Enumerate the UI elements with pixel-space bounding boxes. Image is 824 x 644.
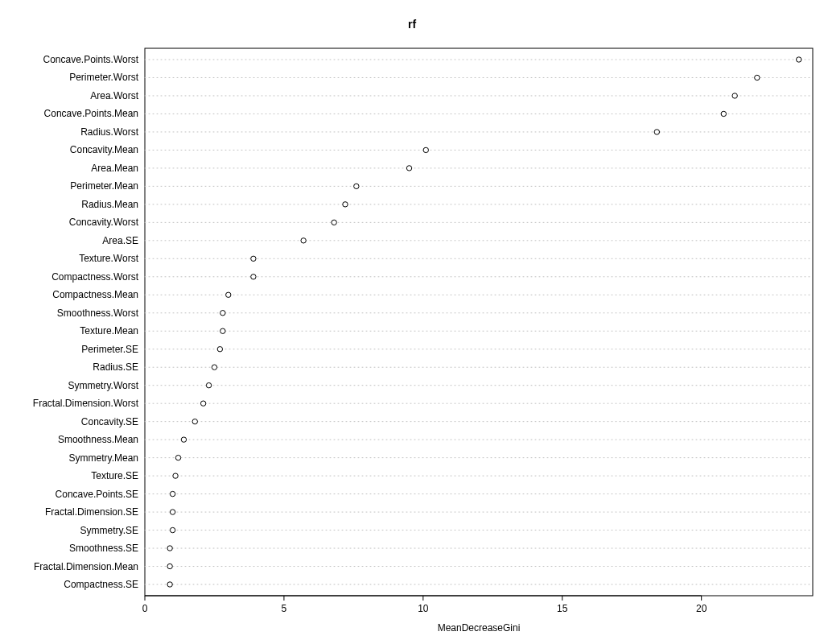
data-point bbox=[732, 93, 737, 98]
y-label: Compactness.SE bbox=[64, 579, 138, 590]
y-label: Concavity.SE bbox=[81, 416, 138, 427]
y-label: Concavity.Mean bbox=[70, 144, 138, 155]
y-label: Concavity.Worst bbox=[69, 217, 139, 228]
y-label: Symmetry.SE bbox=[80, 525, 138, 536]
data-point bbox=[423, 147, 428, 152]
y-label: Radius.Worst bbox=[80, 126, 138, 138]
x-tick-label: 20 bbox=[696, 603, 707, 614]
data-point bbox=[181, 437, 186, 442]
x-tick-label: 0 bbox=[142, 603, 148, 614]
data-point bbox=[167, 546, 172, 551]
y-label: Concave.Points.Mean bbox=[44, 108, 138, 119]
y-label: Texture.Worst bbox=[79, 253, 138, 264]
x-axis-label: MeanDecreaseGini bbox=[438, 622, 521, 634]
data-point bbox=[175, 455, 180, 460]
y-label: Concave.Points.Worst bbox=[43, 54, 139, 65]
data-point bbox=[212, 365, 216, 369]
data-point bbox=[170, 510, 175, 514]
y-label: Compactness.Mean bbox=[52, 289, 138, 300]
y-label: Texture.SE bbox=[91, 470, 138, 481]
data-point bbox=[251, 275, 256, 279]
y-label: Fractal.Dimension.Worst bbox=[33, 398, 139, 409]
y-label: Compactness.Worst bbox=[52, 271, 138, 283]
x-tick-label: 5 bbox=[282, 603, 287, 614]
data-point bbox=[220, 311, 225, 316]
data-point bbox=[797, 57, 801, 62]
data-point bbox=[226, 292, 231, 297]
data-point bbox=[354, 184, 359, 188]
data-point bbox=[192, 419, 197, 423]
y-label: Fractal.Dimension.SE bbox=[45, 506, 138, 518]
data-point bbox=[406, 166, 411, 171]
y-label: Radius.Mean bbox=[81, 199, 138, 210]
plot-frame bbox=[145, 48, 813, 596]
y-label: Smoothness.SE bbox=[69, 543, 138, 554]
x-tick-label: 10 bbox=[418, 603, 429, 614]
y-label: Perimeter.SE bbox=[81, 344, 138, 355]
y-label: Perimeter.Mean bbox=[70, 180, 138, 192]
data-point bbox=[167, 582, 172, 587]
data-point bbox=[343, 202, 348, 207]
y-label: Smoothness.Mean bbox=[58, 434, 138, 445]
data-point bbox=[301, 238, 306, 243]
y-label: Radius.SE bbox=[93, 361, 138, 373]
data-point bbox=[220, 328, 225, 333]
data-point bbox=[167, 564, 172, 568]
data-point bbox=[170, 527, 175, 532]
data-point bbox=[755, 75, 760, 80]
x-tick-label: 15 bbox=[557, 603, 568, 614]
y-label: Area.Mean bbox=[91, 163, 138, 174]
data-point bbox=[654, 130, 659, 134]
y-label: Fractal.Dimension.Mean bbox=[34, 561, 138, 572]
y-label: Texture.Mean bbox=[80, 325, 138, 336]
y-label: Symmetry.Worst bbox=[68, 380, 138, 391]
data-point bbox=[206, 382, 211, 387]
data-point bbox=[170, 491, 175, 496]
data-point bbox=[332, 220, 336, 225]
data-point bbox=[721, 111, 726, 116]
y-label: Concave.Points.SE bbox=[56, 489, 138, 500]
data-point bbox=[217, 347, 222, 352]
data-point bbox=[200, 401, 205, 406]
data-point bbox=[173, 473, 178, 478]
y-label: Smoothness.Worst bbox=[57, 308, 139, 319]
y-label: Symmetry.Mean bbox=[69, 452, 138, 464]
y-label: Area.SE bbox=[102, 235, 138, 246]
data-point bbox=[251, 256, 256, 261]
dotchart: Concave.Points.WorstPerimeter.WorstArea.… bbox=[0, 0, 824, 644]
y-label: Area.Worst bbox=[90, 90, 138, 101]
y-label: Perimeter.Worst bbox=[69, 72, 138, 83]
